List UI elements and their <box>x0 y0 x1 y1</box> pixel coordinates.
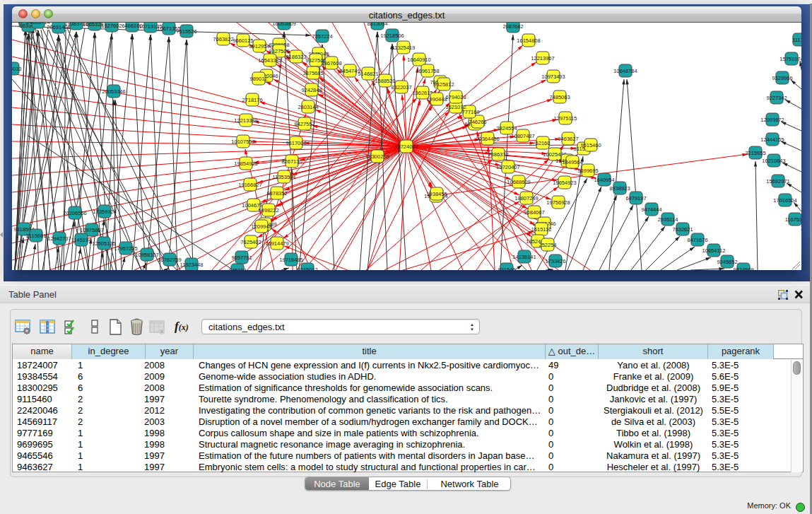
svg-text:16640910: 16640910 <box>407 57 430 63</box>
svg-text:16053809: 16053809 <box>272 23 295 27</box>
svg-text:165033: 165033 <box>12 66 22 72</box>
svg-text:11325419: 11325419 <box>392 45 416 51</box>
svg-text:3824554: 3824554 <box>496 125 517 132</box>
svg-text:2718176: 2718176 <box>242 97 262 103</box>
svg-text:9474444: 9474444 <box>641 206 661 213</box>
svg-text:1640954: 1640954 <box>594 177 614 183</box>
svg-text:3875685: 3875685 <box>302 70 323 76</box>
svg-text:17016504: 17016504 <box>773 197 796 204</box>
svg-text:9227342: 9227342 <box>766 95 787 101</box>
svg-text:10654112: 10654112 <box>702 247 726 254</box>
svg-text:14136141: 14136141 <box>512 254 536 260</box>
svg-text:252254: 252254 <box>539 242 556 248</box>
svg-text:7357224: 7357224 <box>312 33 332 40</box>
svg-text:10973493: 10973493 <box>541 74 565 80</box>
svg-text:17359924: 17359924 <box>93 209 116 215</box>
svg-text:8427552: 8427552 <box>294 121 314 127</box>
svg-text:62160: 62160 <box>536 140 551 146</box>
svg-text:1327602: 1327602 <box>101 23 122 29</box>
svg-text:10648784: 10648784 <box>613 68 637 74</box>
svg-text:12093872: 12093872 <box>760 117 784 123</box>
svg-text:2803144: 2803144 <box>298 104 318 110</box>
svg-text:8186323: 8186323 <box>286 54 306 60</box>
svg-text:10688609: 10688609 <box>507 179 530 185</box>
svg-text:7632621: 7632621 <box>672 226 693 233</box>
svg-text:19756928: 19756928 <box>546 199 570 206</box>
svg-text:12213389: 12213389 <box>234 117 257 124</box>
svg-text:12505135: 12505135 <box>92 240 115 247</box>
svg-text:20364436: 20364436 <box>476 136 499 142</box>
svg-text:8878352: 8878352 <box>266 190 287 197</box>
svg-text:7515526: 7515526 <box>176 28 196 35</box>
svg-text:16154808: 16154808 <box>517 37 540 44</box>
svg-text:10958107: 10958107 <box>135 252 158 258</box>
svg-text:7663822: 7663822 <box>213 36 233 42</box>
svg-text:9824509: 9824509 <box>733 267 753 271</box>
svg-text:931546: 931546 <box>498 267 515 271</box>
svg-text:9515460: 9515460 <box>580 142 601 148</box>
svg-text:9245652: 9245652 <box>717 259 737 265</box>
svg-text:8267130: 8267130 <box>281 158 302 165</box>
svg-text:1167533: 1167533 <box>785 216 801 223</box>
svg-text:9657791: 9657791 <box>231 255 252 261</box>
svg-text:8912954: 8912954 <box>249 43 269 49</box>
svg-text:9617008: 9617008 <box>286 140 306 146</box>
svg-text:16961758: 16961758 <box>416 68 439 74</box>
svg-text:8454749: 8454749 <box>339 68 360 74</box>
svg-text:9463627: 9463627 <box>558 136 578 142</box>
svg-text:20053346: 20053346 <box>102 88 125 95</box>
svg-text:1938455: 1938455 <box>426 191 447 197</box>
svg-text:1145194: 1145194 <box>71 237 92 243</box>
svg-text:2087682: 2087682 <box>502 23 523 30</box>
svg-text:18724007: 18724007 <box>394 144 418 150</box>
svg-text:12942737: 12942737 <box>47 235 71 242</box>
svg-text:8471676: 8471676 <box>687 237 707 243</box>
svg-text:19166827: 19166827 <box>238 182 261 188</box>
svg-text:845012: 845012 <box>228 267 246 271</box>
svg-text:2115681: 2115681 <box>26 233 47 239</box>
svg-text:6794028: 6794028 <box>445 94 466 100</box>
svg-text:1615112: 1615112 <box>531 226 552 233</box>
svg-text:8813054: 8813054 <box>367 23 387 27</box>
svg-text:8938923: 8938923 <box>609 185 630 192</box>
svg-text:2867608: 2867608 <box>321 60 341 66</box>
svg-text:9699695: 9699695 <box>577 168 598 174</box>
svg-text:19854925: 19854925 <box>234 160 257 167</box>
svg-text:11170: 11170 <box>792 37 801 43</box>
svg-text:15692971: 15692971 <box>766 178 789 185</box>
svg-text:15751074: 15751074 <box>779 56 801 62</box>
svg-text:12213967: 12213967 <box>531 55 554 62</box>
svg-text:10807487: 10807487 <box>511 133 534 139</box>
svg-text:19218506: 19218506 <box>380 33 404 39</box>
svg-text:11353594: 11353594 <box>273 174 296 180</box>
svg-text:9084067: 9084067 <box>524 209 544 216</box>
svg-text:16543382: 16543382 <box>258 57 281 64</box>
svg-text:8322037: 8322037 <box>391 84 411 90</box>
svg-text:19716485: 19716485 <box>279 257 302 263</box>
svg-text:9325812: 9325812 <box>433 81 454 88</box>
svg-text:12975115: 12975115 <box>554 115 577 122</box>
svg-text:10107552: 10107552 <box>231 139 254 145</box>
svg-text:12444155: 12444155 <box>760 136 784 143</box>
svg-text:7625402: 7625402 <box>240 239 261 245</box>
svg-text:18300295: 18300295 <box>365 153 389 160</box>
svg-text:5498222: 5498222 <box>258 207 278 214</box>
svg-text:6479197: 6479197 <box>625 195 646 201</box>
svg-text:11923448: 11923448 <box>180 262 204 268</box>
svg-text:19654923: 19654923 <box>553 180 576 186</box>
svg-text:17957225: 17957225 <box>114 245 137 252</box>
svg-text:15720407: 15720407 <box>496 164 519 170</box>
svg-text:7386372: 7386372 <box>488 151 508 158</box>
svg-text:9242848: 9242848 <box>301 87 322 93</box>
svg-text:1733426: 1733426 <box>545 258 565 264</box>
svg-text:9146821: 9146821 <box>358 71 378 77</box>
svg-text:989012: 989012 <box>249 76 267 82</box>
svg-text:9245012: 9245012 <box>297 267 317 271</box>
svg-text:1849564: 1849564 <box>562 159 582 165</box>
svg-text:3215955: 3215955 <box>745 150 765 156</box>
svg-text:16782759: 16782759 <box>158 257 181 263</box>
svg-text:1621072: 1621072 <box>445 104 466 110</box>
svg-text:746266: 746266 <box>469 119 486 125</box>
svg-text:10975867: 10975867 <box>80 227 103 233</box>
svg-text:20206556: 20206556 <box>63 210 86 216</box>
